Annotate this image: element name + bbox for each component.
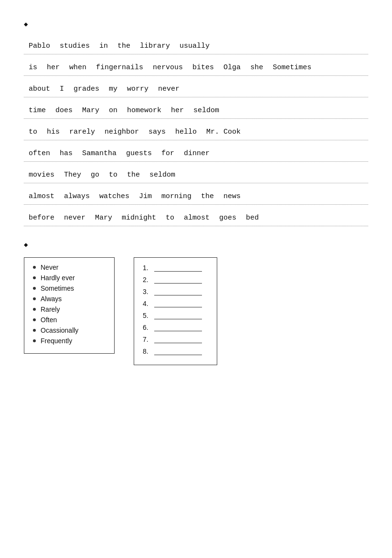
word: seldom xyxy=(145,169,180,181)
word: my xyxy=(104,84,122,95)
answer-blank-line xyxy=(154,335,202,343)
answer-blank-line xyxy=(154,299,202,307)
word: his xyxy=(42,126,64,138)
word: worry xyxy=(122,84,153,95)
answer-number: 5. xyxy=(143,312,152,319)
answer-blank-line xyxy=(154,287,202,295)
word: always xyxy=(59,191,95,202)
answer-blank-line xyxy=(154,311,202,319)
word-row-4: timedoesMaryonhomeworkherseldom xyxy=(24,101,368,116)
word-row-7: moviesTheygototheseldom xyxy=(24,166,368,181)
word: the xyxy=(196,191,219,202)
word: her xyxy=(42,62,64,74)
word: usually xyxy=(175,41,214,52)
answer-line-7 xyxy=(24,183,368,183)
answer-item-2: 2. xyxy=(143,275,208,284)
word: Mary xyxy=(77,105,104,116)
word: goes xyxy=(214,212,241,224)
answer-line-9 xyxy=(24,226,368,226)
word: neighbor xyxy=(100,126,144,138)
word-row-1: Pablostudiesinthelibraryusually xyxy=(24,37,368,52)
word: Jim xyxy=(134,191,157,202)
word: homework xyxy=(122,105,166,116)
word: Mr. Cook xyxy=(201,126,245,138)
word: time xyxy=(24,105,51,116)
sentence-block-7: moviesTheygototheseldom xyxy=(24,166,368,183)
answer-line-6 xyxy=(24,161,368,162)
word: when xyxy=(64,62,91,74)
word-row-6: oftenhasSamanthaguestsfordinner xyxy=(24,144,368,159)
word: midnight xyxy=(117,212,161,224)
word: the xyxy=(122,169,145,181)
word: says xyxy=(144,126,170,138)
answer-line-2 xyxy=(24,75,368,76)
word: bed xyxy=(241,212,264,224)
diamond-bullet-2: ◆ xyxy=(24,241,28,249)
answer-item-1: 1. xyxy=(143,263,208,272)
word: often xyxy=(24,148,55,159)
sentence-block-9: beforeneverMarymidnighttoalmostgoesbed xyxy=(24,209,368,226)
word: has xyxy=(55,148,77,159)
adverb-label: Rarely xyxy=(41,305,60,313)
adverb-label: Never xyxy=(41,263,58,271)
adverb-label: Often xyxy=(41,316,57,324)
word: she xyxy=(245,62,268,74)
word: on xyxy=(104,105,122,116)
word-row-9: beforeneverMarymidnighttoalmostgoesbed xyxy=(24,209,368,224)
word: to xyxy=(24,126,42,138)
word: Olga xyxy=(219,62,245,74)
word-row-8: almostalwayswatchesJimmorningthenews xyxy=(24,187,368,202)
word: never xyxy=(153,84,184,95)
word: I xyxy=(55,84,69,95)
adverb-label: Frequently xyxy=(41,337,72,345)
answer-number: 2. xyxy=(143,276,152,284)
word: does xyxy=(51,105,77,116)
answer-number: 6. xyxy=(143,324,152,331)
adverb-item-7: Ocassionally xyxy=(33,326,106,334)
word: the xyxy=(113,41,135,52)
section2: ◆ NeverHardly everSometimesAlwaysRarelyO… xyxy=(24,240,368,365)
adverb-bullet-icon xyxy=(33,329,36,332)
word: almost xyxy=(179,212,214,224)
word: seldom xyxy=(189,105,224,116)
word: movies xyxy=(24,169,59,181)
adverb-bullet-icon xyxy=(33,266,36,269)
word-row-2: isherwhenfingernailsnervousbitesOlgasheS… xyxy=(24,58,368,74)
adverb-item-8: Frequently xyxy=(33,337,106,345)
answer-line-3 xyxy=(24,97,368,97)
answer-blank-line xyxy=(154,275,202,284)
word: guests xyxy=(121,148,157,159)
answer-line-8 xyxy=(24,204,368,205)
adverb-item-3: Sometimes xyxy=(33,284,106,292)
word-row-5: tohisrarelyneighborsayshelloMr. Cook xyxy=(24,123,368,138)
adverb-bullet-icon xyxy=(33,287,36,290)
word: Samantha xyxy=(77,148,121,159)
word: grades xyxy=(69,84,104,95)
adverb-bullet-icon xyxy=(33,339,36,342)
word: to xyxy=(161,212,179,224)
word: hello xyxy=(170,126,201,138)
word: about xyxy=(24,84,55,95)
answer-line-5 xyxy=(24,140,368,140)
adverb-bullet-icon xyxy=(33,276,36,279)
word: is xyxy=(24,62,42,74)
answer-item-5: 5. xyxy=(143,311,208,319)
word: to xyxy=(104,169,122,181)
answer-number: 3. xyxy=(143,288,152,295)
diamond-bullet-1: ◆ xyxy=(24,20,28,28)
adverb-bullet-icon xyxy=(33,308,36,311)
sentence-block-3: aboutIgradesmyworrynever xyxy=(24,80,368,97)
word-row-3: aboutIgradesmyworrynever xyxy=(24,80,368,95)
sentence-block-8: almostalwayswatchesJimmorningthenews xyxy=(24,187,368,205)
sentence-block-4: timedoesMaryonhomeworkherseldom xyxy=(24,101,368,119)
sentence-block-2: isherwhenfingernailsnervousbitesOlgasheS… xyxy=(24,58,368,76)
word: Sometimes xyxy=(268,62,316,74)
answer-number: 4. xyxy=(143,300,152,307)
answer-number: 7. xyxy=(143,336,152,343)
word: watches xyxy=(95,191,134,202)
adverb-label: Ocassionally xyxy=(41,326,78,334)
answer-item-6: 6. xyxy=(143,323,208,331)
section1-header: ◆ xyxy=(24,19,368,28)
section2-header: ◆ xyxy=(24,240,368,249)
answer-item-4: 4. xyxy=(143,299,208,307)
